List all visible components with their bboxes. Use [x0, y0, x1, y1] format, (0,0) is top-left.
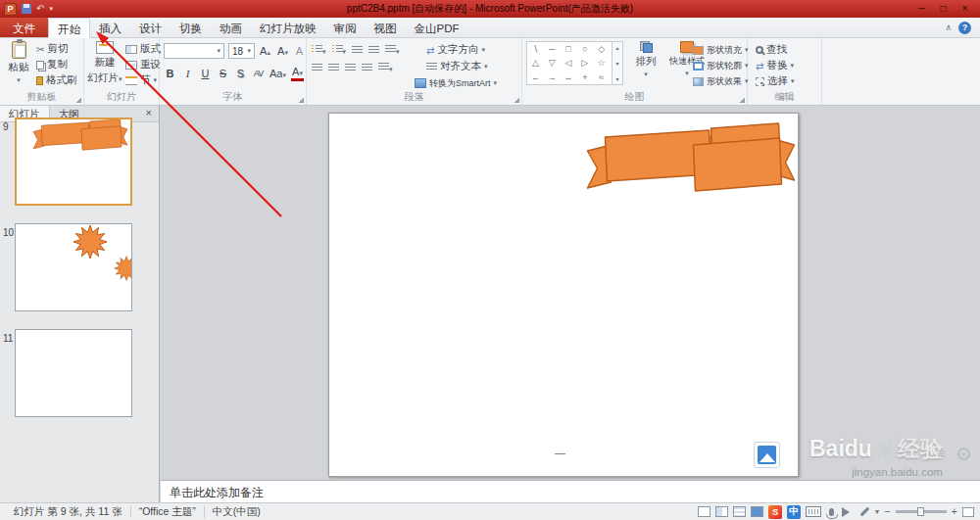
shape-arrow-left-tri-icon[interactable]: ◁ [565, 58, 572, 68]
shape-arrow-right-tri-icon[interactable]: ▷ [581, 58, 588, 68]
shapes-gallery-scroll[interactable]: ▴▾▾ [612, 41, 623, 85]
clipboard-dialog-launcher-icon[interactable] [74, 96, 81, 103]
shape-triangle-icon[interactable]: △ [532, 58, 539, 68]
zoom-out-icon[interactable]: − [884, 506, 890, 517]
panel-close-icon[interactable]: × [139, 106, 159, 121]
collapse-ribbon-icon[interactable]: ∧ [945, 23, 952, 32]
font-size-combo[interactable]: 18▾ [228, 43, 255, 59]
ime-caret-icon[interactable]: ▾ [875, 507, 879, 516]
numbering-button[interactable]: ▾ [332, 44, 347, 56]
shape-rect-icon[interactable]: □ [565, 44, 570, 54]
line-spacing-button[interactable]: ▾ [385, 44, 400, 56]
shape-star-icon[interactable]: ☆ [598, 58, 606, 68]
shape-arrow-l-icon[interactable]: ← [531, 72, 540, 82]
shape-arrow-lr-icon[interactable]: ↔ [564, 72, 572, 82]
clear-formatting-button[interactable]: A [293, 45, 306, 57]
justify-icon[interactable] [362, 64, 372, 72]
zoom-in-icon[interactable]: + [952, 506, 957, 517]
columns-button[interactable]: ▾ [378, 62, 393, 73]
notes-pane[interactable]: 单击此处添加备注 [161, 480, 980, 502]
shape-line-icon[interactable]: ∖ [533, 44, 539, 54]
shape-fill-button[interactable]: 形状填充 ▾ [693, 43, 749, 57]
ime-settings-icon[interactable] [860, 507, 870, 517]
powerpoint-app-icon[interactable]: P [4, 3, 17, 16]
tab-design[interactable]: 设计 [130, 18, 171, 37]
qat-dropdown-icon[interactable]: ▾ [49, 5, 53, 13]
tab-insert[interactable]: 插入 [90, 18, 130, 37]
save-icon[interactable] [22, 4, 31, 14]
convert-smartart-button[interactable]: 转换为SmartArt ▾ [415, 76, 497, 90]
font-dialog-launcher-icon[interactable] [297, 96, 304, 103]
italic-button[interactable]: I [181, 68, 194, 79]
cut-button[interactable]: ✂ 剪切 [36, 42, 68, 56]
zoom-slider[interactable] [896, 510, 947, 513]
slideshow-view-icon[interactable] [751, 506, 763, 517]
status-language[interactable]: 中文(中国) [205, 505, 269, 519]
grow-font-button[interactable]: A▴ [259, 45, 271, 57]
slide-thumbnail-9[interactable] [15, 118, 132, 206]
tab-review[interactable]: 审阅 [325, 18, 366, 37]
text-shadow-button[interactable]: S [234, 68, 247, 79]
shape-arrow-r-icon[interactable]: → [548, 72, 557, 82]
shapes-gallery[interactable]: ∖ ─ □ ○ ◇ △ ▽ ◁ ▷ ☆ ← → ↔ + ≈ [526, 41, 612, 85]
change-case-button[interactable]: Aa▾ [270, 68, 286, 79]
shape-diamond-icon[interactable]: ◇ [598, 44, 605, 54]
shape-outline-button[interactable]: 形状轮廓 ▾ [693, 59, 749, 72]
keyboard-icon[interactable] [806, 506, 821, 517]
increase-indent-icon[interactable] [368, 46, 379, 55]
tab-animations[interactable]: 动画 [211, 18, 251, 37]
bullets-button[interactable]: ▾ [312, 44, 326, 56]
replace-button[interactable]: ⇄ 替换 ▾ [756, 59, 794, 72]
speaker-icon[interactable] [842, 507, 855, 517]
tab-slideshow[interactable]: 幻灯片放映 [251, 18, 325, 37]
bold-button[interactable]: B [164, 68, 176, 79]
minimize-button[interactable]: ─ [911, 2, 932, 16]
reset-button[interactable]: 重设 [125, 58, 161, 71]
new-slide-button[interactable]: 新建 幻灯片▾ [87, 41, 122, 85]
slide-canvas[interactable]: — [328, 113, 799, 477]
shape-effects-button[interactable]: 形状效果 ▾ [693, 74, 749, 88]
font-name-combo[interactable]: ▾ [164, 43, 224, 59]
photo-button[interactable] [754, 442, 780, 468]
slide-sorter-view-icon[interactable] [715, 506, 728, 517]
help-icon[interactable]: ? [958, 22, 971, 34]
zoom-slider-thumb[interactable] [917, 507, 924, 516]
maximize-button[interactable]: □ [933, 2, 954, 16]
align-center-icon[interactable] [328, 64, 339, 72]
find-button[interactable]: 查找 [756, 43, 787, 57]
align-text-button[interactable]: 对齐文本 ▾ [426, 60, 488, 73]
undo-icon[interactable]: ↶ [36, 4, 44, 14]
slide-thumbnail-11[interactable] [15, 329, 132, 417]
shape-hline-icon[interactable]: ─ [549, 44, 555, 54]
character-spacing-button[interactable]: AV [252, 69, 265, 78]
close-button[interactable]: × [955, 2, 975, 16]
drawing-dialog-launcher-icon[interactable] [738, 96, 745, 103]
decrease-indent-icon[interactable] [352, 46, 363, 55]
slide-thumbnail-10[interactable] [15, 223, 132, 311]
chinese-ime-icon[interactable]: 中 [787, 505, 801, 519]
font-color-button[interactable]: A▾ [291, 67, 304, 81]
microphone-icon[interactable] [829, 508, 834, 516]
shrink-font-button[interactable]: A▾ [276, 45, 289, 57]
layout-button[interactable]: 版式 [125, 42, 161, 56]
tab-view[interactable]: 视图 [366, 18, 406, 37]
tab-pdf[interactable]: 金山PDF [406, 18, 468, 37]
normal-view-icon[interactable] [698, 506, 710, 517]
shape-triangle-down-icon[interactable]: ▽ [549, 58, 556, 68]
reading-view-icon[interactable] [733, 506, 746, 517]
shape-oval-icon[interactable]: ○ [582, 44, 587, 54]
align-right-icon[interactable] [345, 64, 356, 72]
paste-button[interactable]: 粘贴 ▾ [4, 41, 33, 84]
tab-home[interactable]: 开始 [48, 18, 90, 38]
copy-button[interactable]: 复制 [36, 58, 68, 71]
select-button[interactable]: 选择 ▾ [756, 74, 795, 88]
align-left-icon[interactable] [312, 64, 322, 72]
strikethrough-button[interactable]: S [217, 68, 229, 79]
section-button[interactable]: 节 ▾ [125, 73, 157, 87]
format-painter-button[interactable]: 格式刷 [36, 73, 77, 87]
fit-to-window-icon[interactable] [962, 507, 974, 517]
arrange-button[interactable]: 排列 ▾ [630, 41, 662, 78]
tab-file[interactable]: 文件 [0, 18, 48, 37]
sogou-ime-icon[interactable]: S [768, 505, 782, 519]
underline-button[interactable]: U [199, 68, 212, 79]
